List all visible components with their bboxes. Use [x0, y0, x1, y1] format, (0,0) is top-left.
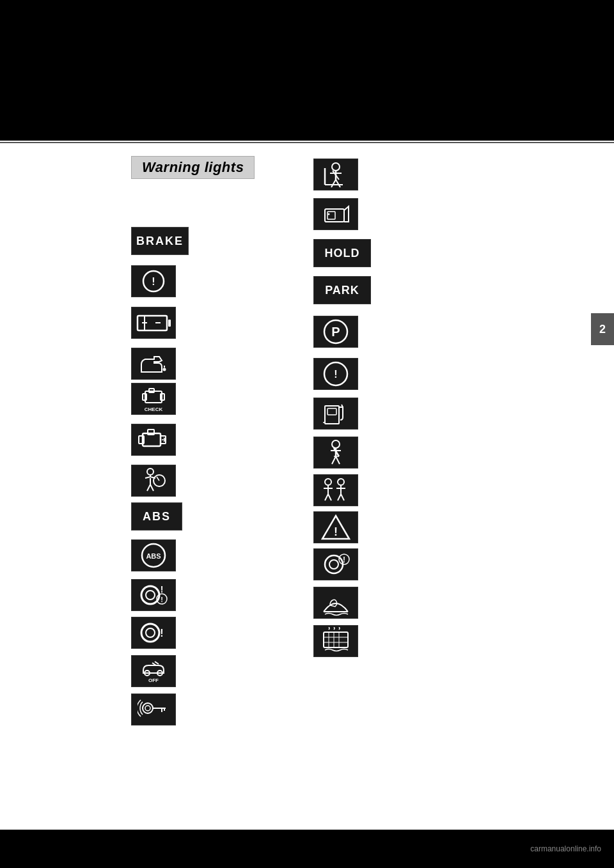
park-p-icon: P [313, 316, 358, 348]
coolant-temp-icon [313, 625, 358, 657]
battery-icon [131, 307, 176, 339]
svg-point-54 [325, 479, 331, 485]
abs-text-icon: ABS [131, 502, 182, 531]
front-seatbelt-icon [313, 437, 358, 469]
tire-pressure-1-icon: ! ! [131, 579, 176, 611]
svg-point-59 [329, 560, 338, 569]
key-icon [131, 694, 176, 725]
watermark: carmanualonline.info [530, 844, 601, 853]
park-label: PARK [325, 284, 359, 297]
svg-text:!: ! [334, 369, 337, 380]
section-title: Warning lights [142, 159, 244, 175]
door-ajar-icon [313, 198, 358, 230]
svg-text:P: P [331, 325, 340, 339]
abs-circle-icon: ABS [131, 539, 176, 571]
info-warning-icon: ! [313, 358, 358, 390]
master-warning-icon: ! [131, 265, 176, 297]
svg-rect-51 [327, 408, 336, 415]
brake-icon: BRAKE [131, 227, 189, 255]
svg-text:!: ! [334, 525, 338, 538]
svg-point-58 [325, 555, 343, 573]
park-text-icon: PARK [313, 276, 371, 304]
svg-rect-3 [168, 320, 171, 327]
svg-point-28 [141, 624, 159, 642]
svg-rect-63 [324, 632, 348, 647]
top-black-area [0, 0, 614, 141]
washer-fluid-icon [313, 587, 358, 619]
oil-pressure-icon [131, 348, 176, 380]
svg-rect-44 [327, 212, 335, 219]
svg-point-55 [338, 479, 344, 485]
svg-point-18 [147, 469, 154, 475]
bottom-area: carmanualonline.info [0, 830, 614, 868]
svg-text:!: ! [161, 584, 164, 594]
occupant-detection-icon [313, 474, 358, 506]
check-label: CHECK [145, 407, 162, 412]
page: Warning lights 2 BRAKE ! [0, 0, 614, 868]
section-divider [0, 142, 614, 143]
page-number: 2 [599, 323, 606, 336]
svg-point-35 [143, 703, 153, 713]
svg-text:ABS: ABS [146, 552, 161, 560]
svg-point-53 [332, 440, 340, 448]
brake-label: BRAKE [136, 235, 184, 248]
page-number-tab: 2 [591, 313, 614, 345]
svg-point-29 [146, 628, 155, 637]
check-engine-icon: CHECK [131, 383, 176, 415]
svg-text:!: ! [343, 555, 345, 564]
svg-rect-2 [138, 316, 167, 330]
traction-off-icon: OFF [131, 655, 176, 687]
svg-point-45 [328, 213, 330, 215]
fuel-icon [313, 398, 358, 430]
svg-point-36 [145, 706, 150, 711]
hold-label: HOLD [325, 247, 360, 260]
svg-text:!: ! [160, 628, 163, 639]
engine-icon [131, 424, 176, 456]
airbag-icon [131, 465, 176, 497]
svg-text:!: ! [161, 596, 163, 603]
svg-line-20 [157, 477, 159, 481]
hold-icon: HOLD [313, 239, 371, 267]
off-label: OFF [148, 678, 159, 683]
tpms-icon: ! [313, 548, 358, 580]
warning-lights-header: Warning lights [131, 156, 255, 179]
slip-warning-icon: ! [313, 511, 358, 543]
svg-text:!: ! [152, 276, 155, 287]
svg-point-40 [332, 163, 340, 171]
rear-seatbelt-icon [313, 159, 358, 190]
svg-line-34 [155, 662, 159, 664]
abs-label: ABS [143, 510, 171, 523]
svg-point-7 [162, 368, 166, 371]
tire-pressure-2-icon: ! [131, 617, 176, 649]
svg-point-24 [146, 591, 155, 600]
svg-point-23 [141, 586, 159, 604]
